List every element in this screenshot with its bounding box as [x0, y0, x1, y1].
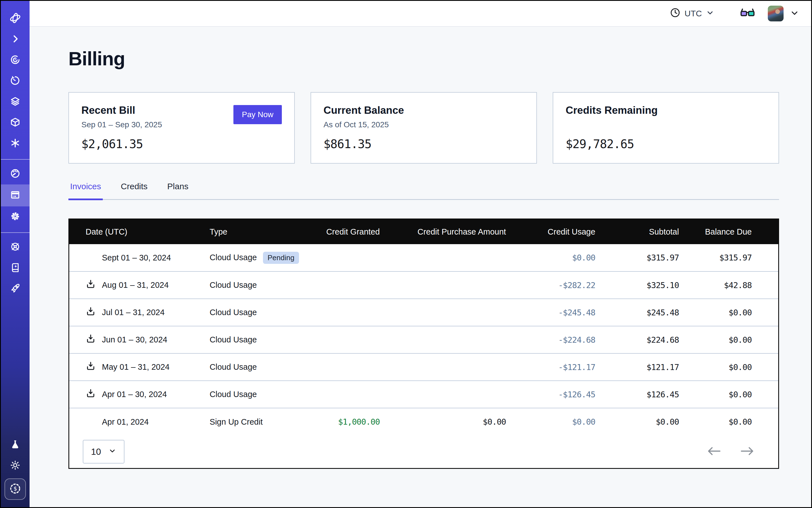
- invoice-date: Aug 01 – 31, 2024: [102, 281, 169, 290]
- invoice-type: Cloud Usage: [210, 271, 314, 299]
- sidebar-item-cluster[interactable]: [1, 237, 30, 258]
- table-row: Apr 01 – 30, 2024 Cloud Usage -$126.45 $…: [69, 381, 778, 408]
- sidebar-item-getting-started[interactable]: [1, 279, 30, 299]
- credit-granted: [314, 299, 380, 326]
- credit-granted: [314, 381, 380, 408]
- download-invoice-button[interactable]: [86, 334, 102, 346]
- card-subtitle: As of Oct 15, 2025: [324, 120, 524, 130]
- theme-toggle[interactable]: [1, 455, 30, 476]
- layers-icon: [10, 96, 20, 108]
- billing-page: Billing Recent Bill Sep 01 – Sep 30, 202…: [30, 27, 811, 507]
- balance-due: $0.00: [679, 381, 778, 408]
- balance-due: $0.00: [679, 408, 778, 435]
- next-page-button[interactable]: [740, 446, 755, 457]
- card-title: Current Balance: [324, 104, 524, 116]
- sidebar-item-observability[interactable]: [1, 50, 30, 71]
- chevron-down-icon: [109, 447, 116, 457]
- download-invoice-button[interactable]: [86, 279, 102, 291]
- recent-bill-card: Recent Bill Sep 01 – Sep 30, 2025 $2,061…: [69, 92, 295, 164]
- arrow-right-icon: [740, 446, 755, 457]
- table-row: Jun 01 – 30, 2024 Cloud Usage -$224.68 $…: [69, 326, 778, 353]
- invoices-table: Date (UTC) Type Credit Granted Credit Pu…: [69, 219, 778, 435]
- subtotal: $245.48: [595, 299, 679, 326]
- page-size-value: 10: [91, 447, 101, 457]
- sidebar-item-labs[interactable]: [1, 434, 30, 455]
- invoice-type: Cloud Usage: [210, 353, 314, 381]
- main-area: UTC: [30, 1, 811, 507]
- reader-mode-button[interactable]: [740, 7, 755, 20]
- table-row: Jul 01 – 31, 2024 Cloud Usage -$245.48 $…: [69, 299, 778, 326]
- brand-logo[interactable]: [1, 8, 30, 29]
- current-balance-card: Current Balance As of Oct 15, 2025 $861.…: [310, 92, 537, 164]
- credit-purchase: [380, 299, 506, 326]
- invoice-type: Cloud Usage: [210, 326, 314, 353]
- download-invoice-button[interactable]: [86, 388, 102, 400]
- subtotal: $0.00: [595, 408, 679, 435]
- credit-usage: -$224.68: [506, 326, 595, 353]
- app-window: $ UTC: [0, 0, 812, 508]
- table-footer: 10: [69, 435, 778, 468]
- user-avatar[interactable]: [768, 6, 783, 22]
- sun-icon: [10, 460, 20, 471]
- credit-granted: [314, 244, 380, 271]
- invoice-type: Cloud Usage: [210, 253, 257, 262]
- sidebar-item-packages[interactable]: [1, 112, 30, 133]
- col-subtotal: Subtotal: [595, 219, 679, 244]
- card-amount: $861.35: [324, 137, 524, 151]
- invoices-table-card: Date (UTC) Type Credit Granted Credit Pu…: [69, 218, 779, 469]
- invoice-date: May 01 – 31, 2024: [102, 363, 170, 372]
- sidebar-item-history[interactable]: [1, 71, 30, 91]
- status-badge: Pending: [263, 252, 299, 264]
- col-credit-usage: Credit Usage: [506, 219, 595, 244]
- gauge-icon: [10, 168, 20, 180]
- wheel-icon: [10, 242, 20, 253]
- book-sparkle-icon: [10, 262, 20, 274]
- subtotal: $224.68: [595, 326, 679, 353]
- tab-credits[interactable]: Credits: [119, 182, 149, 200]
- credits-remaining-card: Credits Remaining $29,782.65: [553, 92, 779, 164]
- sidebar-item-billing[interactable]: [1, 184, 30, 206]
- col-balance-due: Balance Due: [679, 219, 778, 244]
- card-subtitle: [566, 120, 766, 130]
- sidebar-item-layers[interactable]: [1, 91, 30, 112]
- tab-plans[interactable]: Plans: [166, 182, 190, 200]
- credit-granted: $1,000.00: [314, 408, 380, 435]
- sidebar-item-settings[interactable]: [1, 206, 30, 227]
- credit-usage: $0.00: [506, 408, 595, 435]
- asterisk-icon: [10, 138, 20, 149]
- sidebar-expand-button[interactable]: [1, 29, 30, 50]
- credit-usage: -$126.45: [506, 381, 595, 408]
- pay-now-button[interactable]: Pay Now: [233, 105, 282, 124]
- credit-purchase: $0.00: [380, 408, 506, 435]
- user-menu-button[interactable]: [790, 8, 799, 19]
- page-title: Billing: [69, 48, 779, 70]
- download-icon: [86, 388, 96, 400]
- credits-promo-button[interactable]: $: [4, 478, 26, 500]
- credit-purchase: [380, 381, 506, 408]
- credit-purchase: [380, 353, 506, 381]
- sidebar-item-usage[interactable]: [1, 164, 30, 184]
- flask-icon: [10, 439, 20, 451]
- balance-due: $0.00: [679, 353, 778, 381]
- invoice-date: Apr 01, 2024: [102, 417, 149, 427]
- sidebar-item-functions[interactable]: [1, 133, 30, 154]
- tab-invoices[interactable]: Invoices: [69, 182, 103, 200]
- balance-due: $0.00: [679, 299, 778, 326]
- credit-usage: -$121.17: [506, 353, 595, 381]
- arrow-left-icon: [707, 446, 721, 457]
- page-size-select[interactable]: 10: [83, 440, 124, 464]
- col-type: Type: [210, 219, 314, 244]
- download-icon: [86, 361, 96, 373]
- col-credit-granted: Credit Granted: [314, 219, 380, 244]
- download-invoice-button[interactable]: [86, 361, 102, 373]
- spiral-eye-icon: [10, 55, 20, 66]
- download-icon: [86, 306, 96, 319]
- download-invoice-button[interactable]: [86, 306, 102, 319]
- previous-page-button[interactable]: [707, 446, 721, 457]
- balance-due: $0.00: [679, 326, 778, 353]
- subtotal: $315.97: [595, 244, 679, 271]
- table-row: Aug 01 – 31, 2024 Cloud Usage -$282.22 $…: [69, 271, 778, 299]
- timezone-selector[interactable]: UTC: [670, 7, 714, 20]
- sidebar-item-docs[interactable]: [1, 258, 30, 279]
- subtotal: $126.45: [595, 381, 679, 408]
